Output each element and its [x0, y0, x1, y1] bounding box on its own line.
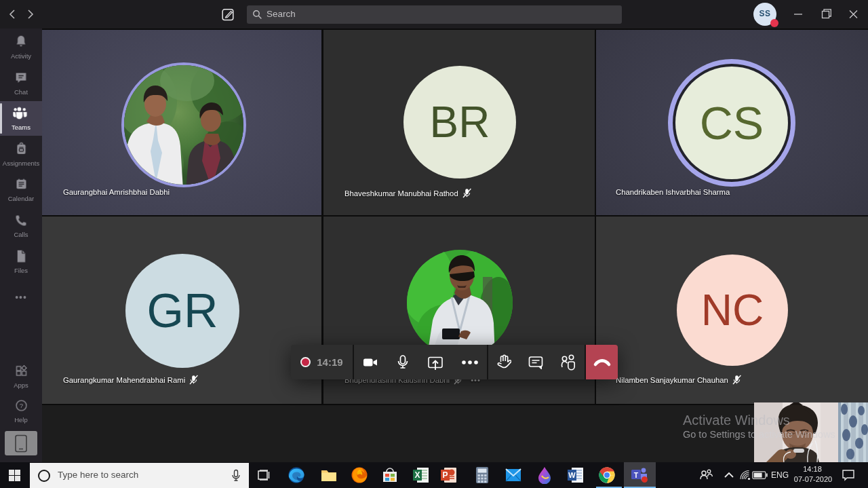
svg-text:X: X [414, 470, 420, 480]
svg-text:T: T [634, 471, 639, 479]
svg-text:P: P [442, 470, 448, 480]
svg-text:W: W [568, 471, 576, 479]
svg-text:?: ? [19, 402, 22, 409]
